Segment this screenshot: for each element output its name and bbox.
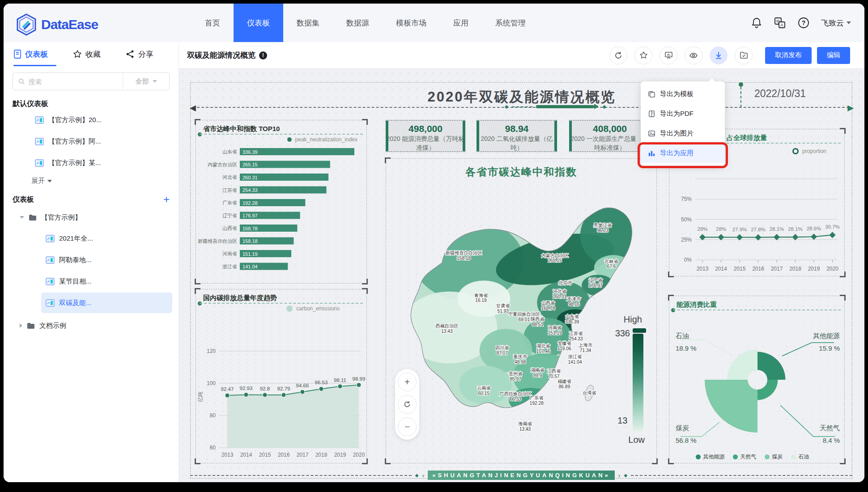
chevron-down-icon <box>20 216 24 219</box>
nav-item-dashboard[interactable]: 仪表板 <box>234 4 283 42</box>
user-name: 飞致云 <box>821 18 844 28</box>
map-label-广东省[interactable]: 广东省 <box>530 395 544 400</box>
map-label-青海省[interactable]: 青海省 <box>474 293 488 298</box>
map-label-湖北省[interactable]: 湖北省 <box>536 344 550 348</box>
legend-item-煤炭[interactable]: 煤炭 <box>765 453 783 461</box>
map-label-西藏自治区[interactable]: 西藏自治区 <box>436 323 459 328</box>
sidebar-tab-share[interactable]: 分享 <box>126 49 153 59</box>
menu-item-export-image[interactable]: 导出为图片 <box>641 123 725 143</box>
kpi-card-primary-energy[interactable]: 408,000 2020 一次能源生产总量（万吨标准煤） <box>569 120 651 152</box>
map-label-河北省[interactable]: 河北省 <box>553 289 566 294</box>
map-label-台湾省[interactable]: 台湾省 <box>583 390 596 395</box>
map-label-陕西省[interactable]: 陕西省 <box>531 317 545 322</box>
map-label-江西省[interactable]: 江西省 <box>547 369 561 373</box>
map-label-江苏省[interactable]: 江苏省 <box>569 331 583 336</box>
archive-button[interactable] <box>735 47 753 64</box>
legend-item-天然气[interactable]: 天然气 <box>733 453 757 461</box>
menu-item-export-template[interactable]: 导出为模板 <box>641 84 725 104</box>
presentation-button[interactable] <box>660 47 677 64</box>
favorite-button[interactable] <box>634 47 652 64</box>
legend-item-其他能源[interactable]: 其他能源 <box>696 453 725 461</box>
svg-text:66.33: 66.33 <box>510 397 521 402</box>
nav-item-apps[interactable]: 应用 <box>440 4 482 42</box>
panel-china-map[interactable]: 各省市碳达峰中和指数 黑龙江省96.23吉林省67.6辽宁省176.97内蒙古自… <box>386 158 657 463</box>
map-label-福建省[interactable]: 福建省 <box>557 379 571 384</box>
map-label-北京市[interactable]: 北京市 <box>558 280 572 285</box>
kpi-card-co2-emission[interactable]: 98.94 2020 二氧化碳排放量（亿吨） <box>477 120 557 152</box>
bell-icon[interactable] <box>751 17 762 29</box>
map-label-天津市[interactable]: 天津市 <box>567 297 581 301</box>
map-reset-button[interactable] <box>398 395 417 414</box>
date-label[interactable]: 2022/10/31 <box>754 88 806 100</box>
refresh-button[interactable] <box>609 47 627 64</box>
help-icon[interactable]: ? <box>798 17 809 29</box>
nav-item-template-market[interactable]: 模板市场 <box>383 4 440 42</box>
export-button[interactable] <box>710 47 728 64</box>
chart-legend: 其他能源天然气煤炭石油 <box>669 452 844 462</box>
sidebar-tab-dashboard[interactable]: 仪表板 <box>13 49 48 59</box>
nav-item-home[interactable]: 首页 <box>191 4 234 42</box>
map-label-内蒙古自治区[interactable]: 内蒙古自治区 <box>541 253 569 258</box>
nav-item-system[interactable]: 系统管理 <box>482 4 539 42</box>
tree-folder-official[interactable]: 【官方示例】 <box>20 208 175 227</box>
map-label-浙江省[interactable]: 浙江省 <box>568 354 582 359</box>
warning-icon[interactable]: ! <box>259 51 267 59</box>
zoom-out-button[interactable]: − <box>398 417 417 436</box>
map-label-海南省[interactable]: 海南省 <box>518 421 532 426</box>
panel-emission-trend[interactable]: 国内碳排放总量年度趋势 carbon_emissions 6080100120亿… <box>196 289 367 463</box>
map-label-广西壮族自治区[interactable]: 广西壮族自治区 <box>500 391 532 396</box>
tree-item-program[interactable]: 某节目相... <box>41 271 172 292</box>
map-label-上海市[interactable]: 上海市 <box>578 343 592 348</box>
user-menu[interactable]: 飞致云 <box>821 18 851 28</box>
map-label-湖南省[interactable]: 湖南省 <box>531 368 545 373</box>
edit-button[interactable]: 编辑 <box>817 47 850 64</box>
map-label-安徽省[interactable]: 安徽省 <box>557 341 571 346</box>
menu-item-export-app[interactable]: 导出为应用 <box>641 143 725 163</box>
svg-text:98.99: 98.99 <box>353 376 366 382</box>
tree-folder-docs[interactable]: 文档示例 <box>20 316 175 335</box>
tree-item-2021[interactable]: 2021年全... <box>41 228 172 249</box>
nav-item-datasource[interactable]: 数据源 <box>333 4 383 42</box>
map-label-黑龙江省[interactable]: 黑龙江省 <box>594 223 612 228</box>
filter-select[interactable]: 全部 <box>123 73 169 90</box>
expand-toggle[interactable]: 展开 <box>31 177 179 185</box>
svg-text:8.4 %: 8.4 % <box>823 437 840 444</box>
map-label-云南省[interactable]: 云南省 <box>477 386 491 390</box>
preview-button[interactable] <box>685 47 702 64</box>
map-label-新疆维吾尔自治区[interactable]: 新疆维吾尔自治区 <box>446 250 482 255</box>
map-label-重庆市[interactable]: 重庆市 <box>513 354 528 359</box>
add-dashboard-button[interactable]: + <box>163 194 170 205</box>
top10-bar-chart: 山东省336.39内蒙古自治区265.15河北省260.31江苏省254.33广… <box>196 144 366 283</box>
panel-energy-mix[interactable]: 能源消费比重 其他能源15.9 %天然气8.4 %煤炭56.8 %石油18.9 … <box>669 296 845 463</box>
kpi-card-energy-consumption[interactable]: 498,000 2020 能源消费总量（万吨标准煤） <box>386 120 465 152</box>
map-label-四川省[interactable]: 四川省 <box>495 345 509 350</box>
emission-trend-area-chart: 6080100120亿吨92.47201392.93201492.8201592… <box>196 314 366 464</box>
tree-item-aletai[interactable]: 阿勒泰地... <box>41 250 172 270</box>
map-label-辽宁省[interactable]: 辽宁省 <box>589 278 603 283</box>
dashboard-thumb-icon <box>35 116 44 124</box>
map-label-贵州省[interactable]: 贵州省 <box>509 371 523 376</box>
map-label-吉林省[interactable]: 吉林省 <box>604 259 618 264</box>
zoom-in-button[interactable]: + <box>398 373 417 391</box>
tree-item-shuangtan-selected[interactable]: 双碳及能... <box>41 293 172 313</box>
panel-top10-bar-chart[interactable]: 省市达峰中和指数 TOP10 peak_neutralization_index… <box>196 120 367 284</box>
svg-text:176.97: 176.97 <box>589 283 603 288</box>
sidebar-tab-favorites[interactable]: 收藏 <box>73 49 101 59</box>
map-label-山东省[interactable]: 山东省 <box>565 314 579 319</box>
search-input[interactable] <box>28 78 117 85</box>
app-window: DataEase 首页 仪表板 数据集 数据源 模板市场 应用 系统管理 中 A <box>4 4 864 482</box>
nav-item-dataset[interactable]: 数据集 <box>283 4 333 42</box>
dashboard-list-item[interactable]: 【官方示例】20... <box>31 110 175 130</box>
unpublish-button[interactable]: 取消发布 <box>765 47 812 64</box>
dashboard-list-item[interactable]: 【官方示例】阿... <box>31 131 175 152</box>
map-label-河南省[interactable]: 河南省 <box>548 325 562 330</box>
dataease-logo[interactable]: DataEase <box>16 13 98 36</box>
map-label-宁夏回族自治区[interactable]: 宁夏回族自治区 <box>508 312 540 317</box>
menu-item-export-pdf[interactable]: 导出为PDF <box>641 104 725 123</box>
language-switch-icon[interactable]: 中 A <box>774 17 786 29</box>
legend-item-石油[interactable]: 石油 <box>791 453 809 461</box>
svg-text:71.34: 71.34 <box>580 348 591 353</box>
map-label-甘肃省[interactable]: 甘肃省 <box>496 303 510 308</box>
dashboard-list-item[interactable]: 【官方示例】某... <box>31 153 175 173</box>
map-label-山西省[interactable]: 山西省 <box>541 301 555 305</box>
